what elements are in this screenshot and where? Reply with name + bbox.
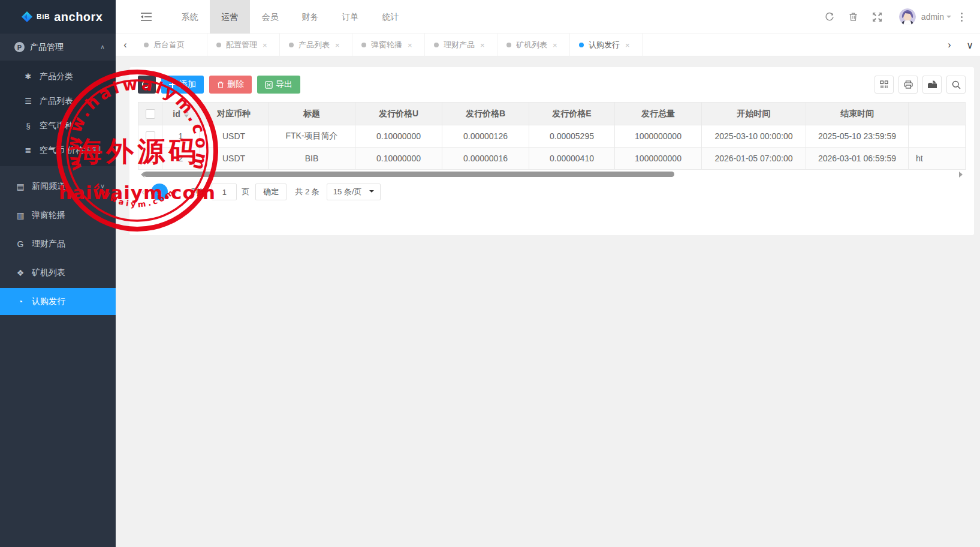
tab-dot-icon [216, 43, 221, 47]
tab-close-icon[interactable]: × [263, 41, 267, 50]
column-header-start-time[interactable]: 开始时间 [702, 103, 806, 125]
sidebar-item-label: 产品列表 [40, 96, 73, 107]
tabs-menu-icon[interactable]: ∨ [960, 34, 980, 56]
tab-popup-carousel[interactable]: 弹窗轮播 × [352, 34, 425, 56]
column-header-title[interactable]: 标题 [269, 103, 355, 125]
cell-id: 2 [162, 148, 200, 170]
tab-close-icon[interactable]: × [625, 41, 630, 50]
nav-item-system[interactable]: 系统 [170, 0, 210, 34]
scroll-right-icon[interactable] [959, 172, 966, 178]
sidebar-item-subscription-issue[interactable]: ◔ 认购发行 [0, 288, 116, 315]
sidebar-item-label: 空气币 价格控制 [40, 145, 101, 156]
nav-item-statistics[interactable]: 统计 [370, 0, 411, 34]
tab-config-management[interactable]: 配置管理 × [207, 34, 280, 56]
tab-close-icon[interactable]: × [553, 41, 557, 50]
sidebar-item-air-coin-price-control[interactable]: ≣ 空气币 价格控制 [0, 138, 116, 163]
cell-price-b: 0.00000126 [442, 125, 529, 148]
data-table: id 对应币种 标题 发行价格U 发行价格B 发行价格E 发行总量 开始时间 结… [138, 102, 966, 170]
sidebar: BiB anchorx P 产品管理 ∧ ✱ 产品分类 ☰ 产品列表 § 空气币… [0, 0, 116, 547]
tab-subscription-issue[interactable]: 认购发行 × [570, 34, 643, 56]
add-button[interactable]: 添加 [161, 76, 204, 94]
admin-username[interactable]: admin [921, 12, 944, 22]
column-header-coin[interactable]: 对应币种 [200, 103, 269, 125]
kebab-menu-icon[interactable] [951, 13, 972, 22]
cell-price-u: 0.10000000 [355, 148, 442, 170]
newspaper-icon: ▤ [14, 182, 26, 191]
nav-item-finance[interactable]: 财务 [290, 0, 330, 34]
column-header-price-b[interactable]: 发行价格B [442, 103, 529, 125]
sidebar-item-miner-list[interactable]: ❖ 矿机列表 [0, 259, 116, 286]
product-group-icon: P [14, 42, 25, 52]
export-file-icon [265, 81, 273, 89]
column-header-price-e[interactable]: 发行价格E [529, 103, 615, 125]
pagination: ‹ 1 › 到第 页 确定 共 2 条 15 条/页 [138, 184, 966, 200]
prev-page-icon[interactable]: ‹ [138, 186, 149, 198]
cell-coin: USDT [200, 148, 269, 170]
toolbar-right-icons [875, 76, 966, 94]
delete-button[interactable]: 删除 [209, 76, 252, 94]
current-page-badge[interactable]: 1 [151, 184, 168, 200]
list-lines-icon: ☰ [22, 97, 34, 106]
tab-home[interactable]: 后台首页 [135, 34, 207, 56]
user-avatar[interactable] [899, 8, 916, 25]
tab-close-icon[interactable]: × [335, 41, 340, 50]
sidebar-item-label: 弹窗轮播 [32, 210, 65, 221]
sidebar-item-news-channel[interactable]: ▤ 新闻频道 ∨ [0, 173, 116, 200]
pie-chart-icon: ◔ [14, 297, 26, 306]
delete-button-label: 删除 [227, 79, 244, 90]
sidebar-item-popup-carousel[interactable]: ▥ 弹窗轮播 [0, 202, 116, 229]
sidebar-group-label: 产品管理 [30, 42, 64, 53]
sidebar-item-finance-product[interactable]: G 理财产品 [0, 230, 116, 257]
columns-icon[interactable] [875, 76, 894, 94]
sidebar-item-product-category[interactable]: ✱ 产品分类 [0, 64, 116, 89]
row-checkbox[interactable] [146, 131, 155, 141]
select-all-checkbox[interactable] [146, 109, 155, 119]
scrollbar-thumb[interactable] [144, 172, 674, 177]
row-checkbox[interactable] [146, 154, 155, 163]
sidebar-item-product-list[interactable]: ☰ 产品列表 [0, 89, 116, 113]
tab-product-list[interactable]: 产品列表 × [280, 34, 352, 56]
tab-close-icon[interactable]: × [408, 41, 412, 50]
trash-icon[interactable] [842, 0, 866, 34]
sidebar-item-label: 理财产品 [32, 239, 65, 250]
nav-item-order[interactable]: 订单 [330, 0, 370, 34]
tabs-scroll-left-icon[interactable]: ‹ [116, 34, 135, 56]
goto-page-input[interactable] [212, 184, 237, 200]
sidebar-item-label: 产品分类 [40, 71, 73, 82]
column-header-total[interactable]: 发行总量 [615, 103, 702, 125]
app-logo[interactable]: BiB anchorx [0, 0, 116, 34]
nav-item-member[interactable]: 会员 [250, 0, 290, 34]
caret-down-icon [369, 190, 374, 195]
cell-start: 2026-01-05 07:00:00 [702, 148, 806, 170]
fullscreen-icon[interactable] [866, 0, 889, 34]
tab-finance-product[interactable]: 理财产品 × [425, 34, 497, 56]
sort-icon[interactable] [184, 108, 189, 120]
tabs-scroll-right-icon[interactable]: › [939, 34, 960, 56]
column-header-price-u[interactable]: 发行价格U [355, 103, 442, 125]
tab-miner-list[interactable]: 矿机列表 × [497, 34, 570, 56]
sidebar-item-label: 认购发行 [32, 296, 65, 307]
export-button[interactable]: 导出 [257, 76, 300, 94]
cell-extra: ht [909, 148, 966, 170]
menu-fold-icon[interactable] [137, 0, 155, 34]
print-icon[interactable] [898, 76, 918, 94]
sidebar-group-product-management[interactable]: P 产品管理 ∧ [0, 34, 116, 61]
cell-title: BIB [269, 148, 355, 170]
tab-dot-icon [289, 43, 294, 47]
export-folder-icon[interactable] [922, 76, 942, 94]
search-icon[interactable] [946, 76, 966, 94]
confirm-button[interactable]: 确定 [255, 184, 287, 200]
next-page-icon[interactable]: › [170, 186, 181, 198]
refresh-icon[interactable] [818, 0, 842, 34]
refresh-button[interactable] [138, 76, 156, 94]
nav-item-operation[interactable]: 运营 [210, 0, 250, 34]
tab-label: 配置管理 [226, 40, 257, 50]
add-button-label: 添加 [179, 79, 196, 90]
sidebar-item-air-coin[interactable]: § 空气币种 [0, 113, 116, 138]
column-header-id[interactable]: id [162, 103, 200, 125]
tab-close-icon[interactable]: × [480, 41, 485, 50]
caret-down-icon[interactable] [946, 16, 951, 20]
column-header-end-time[interactable]: 结束时间 [806, 103, 909, 125]
page-size-select[interactable]: 15 条/页 [327, 184, 381, 200]
cell-price-b: 0.00000016 [442, 148, 529, 170]
